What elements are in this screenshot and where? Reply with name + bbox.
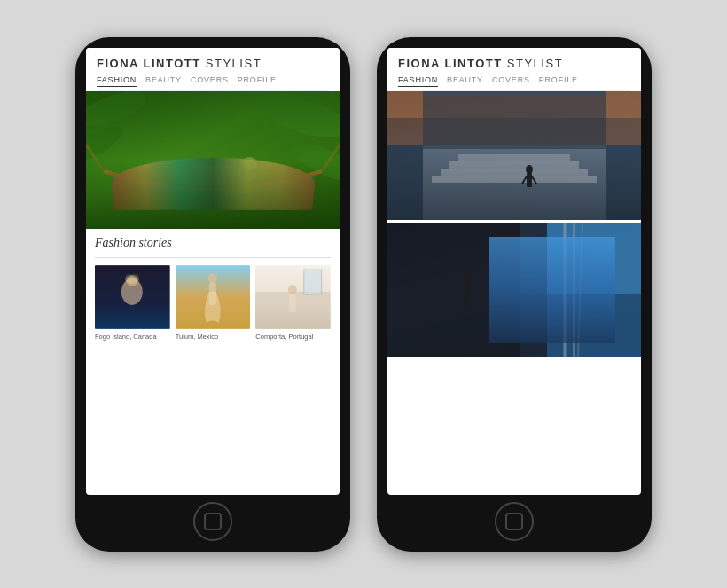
phone-left-screen: FIONA LINTOTT STYLIST FASHION BEAUTY COV… [86,48,340,495]
svg-line-36 [532,176,536,184]
hero-hammock-svg [86,91,340,229]
title-light-right: STYLIST [503,57,563,70]
fashion-stories-title: Fashion stories [95,236,331,250]
phone-left: FIONA LINTOTT STYLIST FASHION BEAUTY COV… [75,37,350,552]
nav-tab-fashion-right[interactable]: FASHION [398,75,438,87]
screen-content-right [387,91,641,495]
story-label-tulum: Tulum, Mexico [176,333,251,341]
svg-rect-30 [458,154,570,161]
fogo-svg [95,265,170,329]
phone-right-screen: FIONA LINTOTT STYLIST FASHION BEAUTY COV… [387,48,641,495]
svg-point-3 [86,120,127,169]
svg-rect-22 [304,270,322,294]
nav-tabs-right: FASHION BEAUTY COVERS PROFILE [398,75,630,91]
nav-tab-beauty-left[interactable]: BEAUTY [145,75,182,87]
story-thumb-comporta [255,265,331,329]
story-item-fogo[interactable]: Fogo Island, Canada [95,265,170,341]
story-label-comporta: Comporta, Portugal [255,333,331,341]
story-label-fogo: Fogo Island, Canada [95,333,170,341]
svg-line-7 [86,145,104,171]
hero-image-left [86,91,340,229]
app-title-right: FIONA LINTOTT STYLIST [398,57,630,70]
nav-tab-covers-right[interactable]: COVERS [492,75,530,87]
svg-point-4 [288,136,340,188]
story-thumbs: Fogo Island, Canada [95,265,331,341]
hero-hammock [86,91,340,229]
svg-rect-0 [86,91,340,229]
svg-line-43 [578,223,582,357]
nav-tab-fashion-left[interactable]: FASHION [97,75,137,87]
svg-point-1 [86,91,151,134]
app-title-left: FIONA LINTOTT STYLIST [97,57,329,70]
svg-rect-32 [423,91,606,96]
screen-content-left: Fashion stories [86,91,340,495]
fashion-top-svg [387,91,641,220]
scene: FIONA LINTOTT STYLIST FASHION BEAUTY COV… [58,20,669,569]
home-button-inner-left [204,513,222,530]
fashion-image-top [387,91,641,220]
tulum-svg [176,265,251,329]
svg-rect-29 [449,161,579,169]
home-button-left[interactable] [193,502,232,541]
svg-point-16 [208,273,217,284]
svg-rect-47 [464,294,466,307]
title-bold-right: FIONA LINTOTT [398,57,503,70]
svg-point-33 [526,165,533,174]
svg-rect-21 [289,294,296,312]
fashion-image-bottom [387,223,641,357]
comporta-svg [255,265,331,329]
home-button-inner-right [505,513,523,530]
nav-tab-profile-right[interactable]: PROFILE [539,75,578,87]
nav-tab-profile-left[interactable]: PROFILE [238,75,277,87]
story-thumb-tulum [176,265,251,329]
svg-line-35 [522,176,527,184]
svg-rect-26 [423,145,606,220]
svg-point-14 [125,275,139,284]
svg-rect-45 [465,277,470,294]
phone-right: FIONA LINTOTT STYLIST FASHION BEAUTY COV… [377,37,652,552]
stories-divider [95,257,331,258]
nav-tab-beauty-right[interactable]: BEAUTY [447,75,483,87]
svg-rect-34 [527,173,532,187]
story-item-comporta[interactable]: Comporta, Portugal [255,265,331,341]
screen-divider-right [387,220,641,222]
title-light-left: STYLIST [201,57,262,70]
svg-point-20 [288,285,297,295]
fashion-stories-section: Fashion stories [86,229,340,344]
svg-point-2 [261,91,340,145]
fashion-bottom-svg [387,223,641,357]
story-thumb-fogo [95,265,170,329]
svg-rect-48 [466,294,469,307]
svg-rect-28 [441,169,588,176]
svg-point-6 [243,157,257,171]
story-item-tulum[interactable]: Tulum, Mexico [176,265,251,341]
nav-tabs-left: FASHION BEAUTY COVERS PROFILE [97,75,329,91]
svg-point-5 [168,165,257,186]
app-header-right: FIONA LINTOTT STYLIST FASHION BEAUTY COV… [387,48,641,91]
app-header-left: FIONA LINTOTT STYLIST FASHION BEAUTY COV… [86,48,340,91]
title-bold-left: FIONA LINTOTT [97,57,201,70]
nav-tab-covers-left[interactable]: COVERS [191,75,229,87]
svg-line-8 [322,145,340,171]
svg-rect-27 [432,176,597,183]
svg-rect-31 [423,91,606,149]
home-button-right[interactable] [495,502,534,541]
